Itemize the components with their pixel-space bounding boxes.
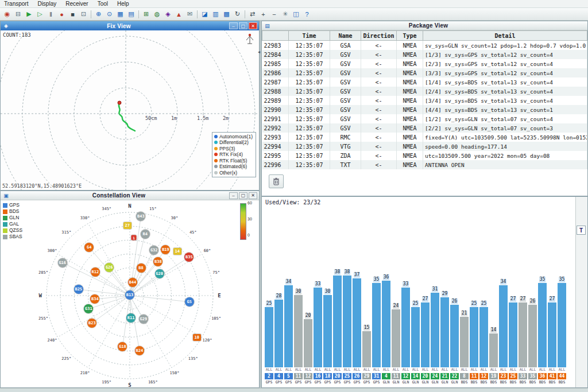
package-row[interactable]: 2299212:35:07GSV<-NMEA[2/2] sv_sys=GLN s… — [262, 123, 587, 133]
fix-maximize-button[interactable]: ▢ — [239, 22, 247, 29]
signal-all-label: ALL — [422, 367, 429, 372]
package-column-header[interactable]: Name — [330, 31, 361, 41]
signal-prn-badge: 18 — [323, 373, 332, 379]
signal-bar-column: 26ALL22GLN — [450, 298, 459, 385]
table-icon[interactable]: ▥ — [211, 9, 220, 19]
step-icon[interactable]: ▷ — [35, 9, 45, 19]
legend-swatch-icon — [3, 209, 7, 214]
antenna-icon[interactable]: ▲ — [174, 9, 184, 19]
satellite-G16: G16 — [58, 258, 67, 267]
compass-label: 330° — [80, 216, 90, 220]
fix-track — [119, 103, 135, 131]
clear-log-button[interactable] — [269, 174, 284, 188]
constellation-window-icon[interactable]: ⊙ — [105, 9, 114, 19]
grid-icon[interactable]: ▩ — [222, 9, 231, 19]
fix-window-icon[interactable]: ⊕ — [94, 9, 103, 19]
signal-all-label: ALL — [373, 367, 380, 372]
chart-icon[interactable]: ◪ — [200, 9, 210, 19]
package-row[interactable]: 2298412:35:07GSV<-NMEA[1/3] sv_sys=GPS s… — [262, 50, 587, 59]
package-cell: NMEA — [397, 105, 423, 114]
package-cell: speed=0.00 heading=177.14 — [423, 142, 587, 151]
package-row[interactable]: 2298712:35:07GSV<-NMEA[1/4] sv_sys=BDS s… — [262, 77, 587, 87]
signal-bar — [353, 278, 361, 367]
power-icon[interactable]: ◉ — [2, 9, 12, 19]
menu-item-transport[interactable]: Transport — [3, 1, 29, 7]
signal-system-label: GPS — [363, 380, 370, 385]
package-row[interactable]: 2298812:35:07GSV<-NMEA[2/4] sv_sys=BDS s… — [262, 87, 587, 96]
package-row[interactable]: 2298312:35:07GSA<-NMEAsv_sys=GLN sv_coun… — [262, 41, 587, 51]
package-row[interactable]: 2299412:35:07VTG<-NMEAspeed=0.00 heading… — [262, 142, 587, 151]
package-row[interactable]: 2298912:35:07GSV<-NMEA[3/4] sv_sys=BDS s… — [262, 96, 587, 105]
fix-radius-label: 1m — [171, 115, 177, 121]
settings-icon[interactable]: ✳ — [280, 9, 290, 19]
package-row[interactable]: 2299112:35:07GSV<-NMEA[1/2] sv_sys=GLN s… — [262, 114, 587, 123]
swap-icon[interactable]: ⇄ — [247, 9, 257, 19]
snr-bar-chart: 25ALL2GPS28ALL4GPS34ALL5GPS30ALL11GPS20A… — [265, 269, 572, 385]
mail-icon[interactable]: ✉ — [185, 9, 195, 19]
splitter-collapse-arrow-icon[interactable]: ◂ — [258, 49, 260, 55]
package-cell: ANTENNA OPEN — [423, 160, 587, 169]
package-row[interactable]: 2298512:35:07GSV<-NMEA[2/3] sv_sys=GPS s… — [262, 59, 587, 68]
menu-item-tool[interactable]: Tool — [96, 1, 109, 7]
package-view-titlebar: ▤ Package View — [262, 21, 587, 30]
package-row[interactable]: 2298612:35:07GSV<-NMEA[3/3] sv_sys=GPS s… — [262, 68, 587, 77]
refresh-icon[interactable]: ↻ — [233, 9, 242, 19]
zoom-in-icon[interactable]: + — [258, 9, 268, 19]
play-icon[interactable]: ▶ — [24, 9, 34, 19]
fix-plot: COUNT:183 50cm1m1.5m2m Autonomous(1)Diff… — [1, 30, 259, 190]
map-icon[interactable]: ⊞ — [141, 9, 151, 19]
package-row[interactable]: 2299012:35:07GSV<-NMEA[4/4] sv_sys=BDS s… — [262, 105, 587, 114]
fix-legend-label: RTK Fix(4) — [219, 152, 243, 158]
zoom-out-icon[interactable]: − — [269, 9, 279, 19]
signal-prn-badge: 33 — [519, 373, 527, 379]
signal-prn-badge: 12 — [401, 373, 410, 379]
signal-prn-badge: 11 — [470, 373, 478, 379]
status-bar — [0, 388, 588, 392]
package-column-header[interactable]: Direction — [361, 31, 397, 41]
package-cell: 12:35:07 — [289, 41, 330, 51]
signal-bar-column: 27ALL20GLN — [421, 296, 430, 385]
package-row[interactable]: 2299612:35:07TXT<-NMEAANTENNA OPEN — [262, 160, 587, 169]
signal-bar-column: 36ALL4GLN — [382, 274, 390, 385]
help-icon[interactable]: ? — [302, 9, 312, 19]
screenshot-icon[interactable]: ⊡ — [79, 9, 88, 19]
signal-window-icon[interactable]: ▦ — [115, 9, 125, 19]
stop-icon[interactable]: ■ — [68, 9, 78, 19]
signal-prn-badge: 25 — [343, 373, 351, 379]
satellite-G18: G18 — [118, 342, 127, 351]
signal-all-label: ALL — [354, 367, 361, 372]
menu-item-help[interactable]: Help — [116, 1, 130, 7]
package-row[interactable]: 2299312:35:07RMC<-NMEAfixed=Y(A) utc=103… — [262, 133, 587, 142]
pause-icon[interactable]: ‖ — [46, 9, 56, 19]
package-cell: <- — [361, 50, 397, 59]
signal-prn-badge: 11 — [294, 373, 303, 379]
layout-icon[interactable]: ◫ — [291, 9, 301, 19]
package-column-header[interactable] — [262, 31, 289, 41]
menu-item-receiver[interactable]: Receiver — [64, 1, 89, 7]
satellite-G32: G32 — [149, 246, 158, 255]
sky-plot: N15°30°45°60°75°E105°120°135°150°165°S19… — [1, 200, 259, 387]
signal-all-label: ALL — [461, 367, 468, 372]
constellation-legend-label: SBAS — [9, 234, 22, 240]
package-column-header[interactable]: Detail — [423, 31, 587, 41]
legend-dot-icon — [214, 153, 218, 156]
package-window-icon[interactable]: ▤ — [126, 9, 136, 19]
constellation-close-button[interactable]: ✕ — [249, 192, 257, 199]
signal-bar-column: 38ALL20GPS — [333, 269, 342, 385]
fix-minimize-button[interactable]: – — [229, 22, 238, 29]
signal-bar — [489, 333, 498, 367]
package-column-header[interactable]: Time — [289, 31, 330, 41]
text-view-button[interactable]: T — [577, 226, 586, 235]
signal-snr-label: 25 — [471, 301, 478, 306]
fix-close-button[interactable]: ✕ — [249, 22, 257, 29]
serial-port-icon[interactable]: ⊟ — [13, 9, 23, 19]
menu-item-display[interactable]: Display — [36, 1, 57, 7]
package-column-header[interactable]: Type — [397, 31, 423, 41]
record-icon[interactable]: ● — [57, 9, 67, 19]
package-cell: NMEA — [397, 96, 423, 105]
constellation-minimize-button[interactable]: – — [229, 192, 238, 199]
package-row[interactable]: 2299512:35:07ZDA<-NMEAutc=103509.500 yea… — [262, 151, 587, 160]
globe-icon[interactable]: ◍ — [152, 9, 162, 19]
constellation-maximize-button[interactable]: ▢ — [239, 192, 247, 199]
compass-icon[interactable]: ◈ — [163, 9, 173, 19]
